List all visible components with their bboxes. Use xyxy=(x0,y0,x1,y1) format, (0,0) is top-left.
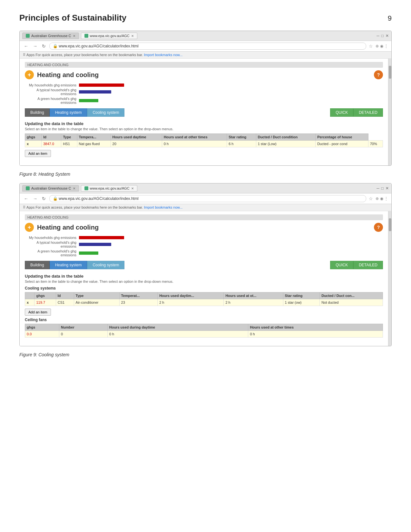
cth-duct: Ducted / Duct con... xyxy=(320,292,383,299)
address-input-1[interactable]: 🔒 www.epa.vic.gov.au/AGC/calculator/inde… xyxy=(49,43,366,50)
reload-btn-1[interactable]: ↻ xyxy=(41,44,47,49)
th-ghgs-1: ghgs xyxy=(25,134,42,141)
app-content-1: HEATING AND COOLING + Heating and coolin… xyxy=(20,59,388,165)
tab-cooling-1[interactable]: Cooling system xyxy=(87,108,124,117)
plus-button-1[interactable]: + xyxy=(25,70,34,79)
back-btn-2[interactable]: ← xyxy=(23,196,29,201)
ctd-hours-day: 2 h xyxy=(158,299,224,306)
figure9-caption: Figure 9: Cooling system xyxy=(19,352,392,357)
browser-maximize[interactable]: □ xyxy=(381,34,384,38)
forward-btn-1[interactable]: → xyxy=(32,44,38,49)
ghg-label-3: A green household's ghg emissions xyxy=(25,97,76,104)
tab-close-4[interactable]: ✕ xyxy=(131,187,134,190)
th-duct-1: Ducted / Duct condition xyxy=(256,134,315,141)
page-number: 9 xyxy=(388,14,392,23)
bookmark-star-2[interactable]: ☆ xyxy=(369,196,373,201)
ghg-label-4: My households ghg emissions xyxy=(25,236,76,240)
cooling-section-label: Cooling systems xyxy=(25,286,383,291)
forward-btn-2[interactable]: → xyxy=(32,196,38,201)
hc-title-area-2: + Heating and cooling xyxy=(25,223,99,232)
cth-id: Id xyxy=(56,292,74,299)
th-percent-1: Percentage of house xyxy=(316,134,368,141)
tab-quick-2[interactable]: QUICK xyxy=(330,261,353,269)
table-row[interactable]: x 119.7 CS1 Air-conditioner 23 2 h 2 h 1… xyxy=(25,299,383,306)
ghg-bar-green-1 xyxy=(79,99,98,102)
extension-icons-2: ⊕ ◉ ⋮ xyxy=(376,196,388,201)
add-item-button-2[interactable]: Add an item xyxy=(25,309,51,316)
address-input-2[interactable]: 🔒 www.epa.vic.gov.au/AGC/calculator/inde… xyxy=(49,195,366,202)
cth-star: Star rating xyxy=(283,292,320,299)
browser-tab-2[interactable]: www.epa.vic.gov.au/AGC ✕ xyxy=(81,33,137,39)
td-percent-1: 70% xyxy=(368,141,383,147)
tab-detailed-2[interactable]: DETAILED xyxy=(353,261,383,269)
reload-btn-2[interactable]: ↻ xyxy=(41,196,47,201)
bookmark-star-1[interactable]: ☆ xyxy=(369,44,373,49)
ghg-label-2: A typical household's ghg emissions xyxy=(25,88,76,96)
tab-icon-2 xyxy=(84,34,88,38)
help-button-2[interactable]: ? xyxy=(374,223,383,232)
browser-tab-1[interactable]: Australian Greenhouse C ✕ xyxy=(22,33,79,39)
tab-detailed-1[interactable]: DETAILED xyxy=(353,108,383,117)
browser-minimize-2[interactable]: ─ xyxy=(377,186,379,191)
app-content-2: HEATING AND COOLING + Heating and coolin… xyxy=(20,211,388,346)
cftd-ghgs: 0.0 xyxy=(25,331,59,338)
browser-close-2[interactable]: ✕ xyxy=(386,186,389,191)
address-lock-icon-2: 🔒 xyxy=(53,196,58,201)
ceiling-section-label: Ceiling fans xyxy=(25,318,383,322)
table-row[interactable]: x 3847.0 HS1 Nat gas flued 20 0 h 6 h 1 … xyxy=(25,141,383,147)
tab-building-1[interactable]: Building xyxy=(25,108,50,117)
ghg-bar-typical-1 xyxy=(79,90,111,94)
add-item-button-1[interactable]: Add an item xyxy=(25,150,51,157)
cooling-section: Cooling systems ghgs Id Type Temperat...… xyxy=(25,286,383,316)
th-hours-other-1: Hours used at other times xyxy=(162,134,227,141)
app-topbar-2: HEATING AND COOLING xyxy=(25,214,383,220)
ghg-label-5: A typical household's ghg emissions xyxy=(25,241,76,248)
th-type-1: Type xyxy=(61,134,77,141)
cooling-header-row: ghgs Id Type Temperat... Hours used dayt… xyxy=(25,292,383,299)
help-button-1[interactable]: ? xyxy=(374,70,383,79)
tab-heating-1[interactable]: Heating system xyxy=(50,108,87,117)
address-text-1: www.epa.vic.gov.au/AGC/calculator/index.… xyxy=(59,44,138,48)
browser-addressbar-1: ← → ↻ 🔒 www.epa.vic.gov.au/AGC/calculato… xyxy=(20,41,391,52)
tab-cooling-2[interactable]: Cooling system xyxy=(87,261,124,269)
ceiling-header-row: ghgs Number Hours used during daytime Ho… xyxy=(25,324,383,331)
tab-close-2[interactable]: ✕ xyxy=(131,34,134,38)
scrollbar-thumb-1 xyxy=(389,66,391,79)
browser-tab-3[interactable]: Australian Greenhouse C ✕ xyxy=(22,185,79,192)
content-wrapper-1: HEATING AND COOLING + Heating and coolin… xyxy=(20,59,391,165)
cth-hours-other: Hours used at ot... xyxy=(224,292,283,299)
browser-maximize-2[interactable]: □ xyxy=(381,186,384,191)
tab-label-2: www.epa.vic.gov.au/AGC xyxy=(90,34,130,38)
page-title: Principles of Sustainability xyxy=(19,13,126,23)
import-bookmarks-2[interactable]: Import bookmarks now... xyxy=(144,205,182,209)
tab-heating-2[interactable]: Heating system xyxy=(50,261,87,269)
browser-close[interactable]: ✕ xyxy=(386,34,389,38)
tab-building-2[interactable]: Building xyxy=(25,261,50,269)
ghg-row-6: A green household's ghg emissions xyxy=(25,249,383,257)
td-hours-other-1: 6 h xyxy=(227,141,256,147)
tab-icon-1 xyxy=(26,34,30,38)
heating-table-1: ghgs Id Type Tempera... Hours used dayti… xyxy=(25,133,383,147)
ghg-bars-1: My households ghg emissions A typical ho… xyxy=(25,83,383,104)
browser-minimize[interactable]: ─ xyxy=(377,34,379,38)
cth-x xyxy=(25,292,34,299)
back-btn-1[interactable]: ← xyxy=(23,44,29,49)
ghg-bar-household-1 xyxy=(79,84,124,87)
browser-addressbar-2: ← → ↻ 🔒 www.epa.vic.gov.au/AGC/calculato… xyxy=(20,193,391,204)
import-bookmarks-1[interactable]: Import bookmarks now... xyxy=(144,53,182,57)
tab-close-3[interactable]: ✕ xyxy=(73,187,75,190)
tab-close-1[interactable]: ✕ xyxy=(73,34,75,38)
nav-tabs-2: Building Heating system Cooling system Q… xyxy=(25,261,383,269)
browser-tab-4[interactable]: www.epa.vic.gov.au/AGC ✕ xyxy=(81,185,137,192)
extension-icons-1: ⊕ ◉ ⋮ xyxy=(376,44,388,48)
scrollbar-1[interactable] xyxy=(388,59,391,165)
cooling-table: ghgs Id Type Temperat... Hours used dayt… xyxy=(25,292,383,306)
plus-button-2[interactable]: + xyxy=(25,223,34,232)
table-row[interactable]: 0.0 0 0 h 0 h xyxy=(25,331,383,338)
hc-title-2: Heating and cooling xyxy=(37,224,99,231)
scrollbar-2[interactable] xyxy=(388,211,391,346)
hc-title-area-1: + Heating and cooling xyxy=(25,70,99,79)
th-star-1: Star rating xyxy=(227,134,256,141)
browser-bookmarks-1: ⠿ Apps For quick access, place your book… xyxy=(20,52,391,59)
tab-quick-1[interactable]: QUICK xyxy=(330,108,353,117)
